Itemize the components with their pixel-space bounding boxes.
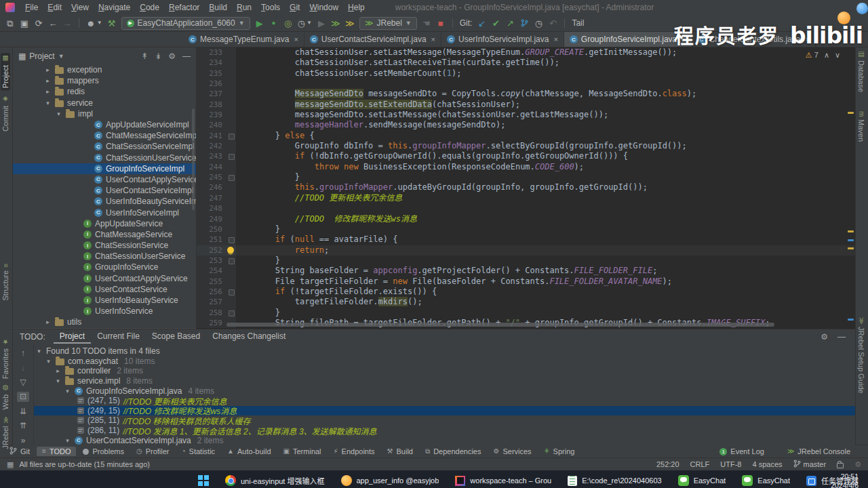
toolwindow-button-endpoints[interactable]: ⚡Endpoints — [328, 447, 380, 456]
code-line[interactable]: 249//TODO 修改群昵称发送ws消息 — [197, 214, 855, 224]
close-tab-icon[interactable]: × — [294, 35, 298, 43]
git-push-icon[interactable]: ↗ — [505, 19, 515, 28]
editor-tab[interactable]: CMessageTypeEnum.java× — [183, 32, 304, 47]
toolwindow-button-problems[interactable]: Problems — [77, 447, 129, 456]
toolwindow-toggle-icon[interactable]: ▦ — [7, 460, 14, 469]
toolwindow-button-profiler[interactable]: ◷Profiler — [131, 447, 175, 456]
fold-marker-icon[interactable] — [229, 237, 235, 243]
code-line[interactable]: 250} — [197, 224, 855, 235]
stripe-item-favorites[interactable]: Favorites★ — [1, 336, 10, 381]
code-line[interactable]: 257targetFileFolder.mkdirs(); — [197, 297, 855, 307]
error-stripe-mark[interactable] — [848, 112, 854, 114]
windows-start-icon[interactable] — [198, 475, 209, 486]
git-branch-widget[interactable]: master — [793, 460, 827, 469]
more-icon[interactable]: » — [17, 436, 29, 445]
toolwindow-button-todo[interactable]: ≡TODO — [37, 447, 76, 456]
code-line[interactable]: 234chatSessionUser.setLastReceiveTime(cu… — [197, 58, 855, 68]
run-icon[interactable]: ▶ — [255, 19, 264, 28]
collapse-all-icon[interactable]: ⇈ — [17, 421, 29, 430]
code-editor[interactable]: 233chatSessionUser.setLastMessage(Messag… — [197, 47, 855, 329]
coverage-icon[interactable]: ◎ — [283, 19, 293, 28]
tree-arrow-icon[interactable]: ▾ — [64, 388, 71, 394]
todo-tree-row[interactable]: ▾com.easychat10 items — [34, 357, 855, 367]
project-tree-row[interactable]: CUserContactApplyServiceIm — [13, 174, 196, 185]
previous-todo-icon[interactable]: ↑ — [17, 348, 29, 358]
error-stripe-mark[interactable] — [848, 239, 854, 241]
code-line[interactable]: 237MessageSendDto messageSendDto = CopyT… — [197, 89, 855, 99]
error-stripe[interactable] — [846, 47, 855, 329]
project-tree-row[interactable]: CChatSessionServiceImpl — [13, 141, 196, 152]
code-line[interactable]: 243if (!dbInfo.getGroupOwnerId().equals(… — [197, 151, 855, 161]
code-line[interactable]: 247//TODO 更新相关表冗余信息 — [197, 193, 855, 203]
tree-arrow-icon[interactable]: ▾ — [55, 110, 62, 117]
code-line[interactable]: 251if (null == avatarFile) { — [197, 235, 855, 245]
todo-tree-row[interactable]: ▾CUserContactServiceImpl.java2 items — [34, 435, 855, 445]
editor-tab[interactable]: CUserContactServiceImpl.java× — [304, 32, 441, 47]
todo-tab-project[interactable]: Project — [54, 330, 91, 344]
git-branch-icon[interactable] — [519, 19, 529, 27]
menu-item-edit[interactable]: Edit — [43, 3, 66, 12]
stripe-item-jrebel-setup-guide[interactable]: ≫JRebel Setup Guide — [857, 317, 865, 394]
menu-item-run[interactable]: Run — [232, 3, 256, 12]
editor-tab[interactable]: CGroupInfoServiceImpl.java× — [564, 32, 692, 47]
fold-marker-icon[interactable] — [229, 310, 235, 317]
project-tree-row[interactable]: CGroupInfoServiceImpl — [13, 163, 196, 174]
project-scrollbar[interactable] — [192, 108, 195, 210]
project-tree-row[interactable]: CUserInfoServiceImpl — [13, 207, 196, 218]
project-tree-row[interactable]: IUserInfoBeautyService — [13, 295, 196, 306]
menu-item-git[interactable]: Git — [285, 3, 304, 12]
code-line[interactable]: 235chatSessionUser.setMemberCount(1); — [197, 68, 855, 79]
code-line[interactable]: 258} — [197, 308, 855, 318]
stripe-item-maven[interactable]: mMaven — [857, 111, 865, 142]
fold-marker-icon[interactable] — [229, 258, 235, 264]
lock-icon[interactable] — [837, 463, 844, 468]
fold-marker-icon[interactable] — [229, 154, 235, 160]
git-commit-icon[interactable]: ✔ — [491, 19, 500, 28]
tree-arrow-icon[interactable]: ▸ — [54, 367, 62, 374]
code-line[interactable]: 238messageSendDto.setExtendData(chatSess… — [197, 100, 855, 110]
error-stripe-mark[interactable] — [848, 247, 854, 249]
gear-icon[interactable]: ⚙ — [854, 460, 861, 469]
todo-tree-row[interactable]: ▾CGroupInfoServiceImpl.java4 items — [34, 386, 855, 396]
project-tree-row[interactable]: IUserContactService — [13, 284, 196, 295]
caret-position[interactable]: 252:20 — [656, 460, 679, 468]
todo-tree-row[interactable]: ▾Found 10 TODO items in 4 files — [34, 346, 855, 357]
file-encoding[interactable]: UTF-8 — [720, 460, 741, 468]
tree-arrow-icon[interactable]: ▸ — [44, 88, 52, 95]
fold-marker-icon[interactable] — [229, 175, 235, 181]
project-tree-row[interactable]: CChatSessionUserServiceImp — [13, 152, 196, 163]
code-line[interactable]: 256if (!targetFileFolder.exists()) { — [197, 287, 855, 297]
menu-item-view[interactable]: View — [66, 3, 94, 12]
project-tree-row[interactable]: IUserInfoService — [13, 306, 196, 317]
project-panel-title[interactable]: Project — [29, 52, 54, 61]
close-tab-icon[interactable]: × — [553, 35, 557, 43]
expand-all-icon[interactable]: ⇊ — [17, 407, 29, 416]
tree-arrow-icon[interactable]: ▸ — [44, 319, 52, 325]
error-stripe-mark[interactable] — [848, 230, 854, 232]
code-line[interactable]: 236 — [197, 79, 855, 89]
stripe-item-jrebel[interactable]: JRebel≫ — [1, 414, 10, 451]
code-line[interactable]: 246this.groupInfoMapper.updateByGroupId(… — [197, 182, 855, 192]
tree-arrow-icon[interactable]: ▸ — [44, 66, 52, 73]
menu-item-file[interactable]: File — [20, 3, 43, 12]
todo-tab-changes-changelist[interactable]: Changes Changelist — [206, 330, 292, 344]
menu-item-tools[interactable]: Tools — [256, 3, 285, 12]
project-tree-row[interactable]: ▾service — [13, 98, 196, 108]
taskbar-item-uni-easyinput-[interactable]: uni-easyinput 增强输入框 — [219, 470, 331, 488]
taskbar-item-workspace-teach-grou[interactable]: workspace-teach – Grou — [449, 470, 557, 488]
todo-tree-row[interactable]: (247, 15)//TODO 更新相关表冗余信息 — [34, 396, 855, 406]
project-tree-row[interactable]: ▸utils — [13, 317, 196, 327]
hide-icon[interactable]: — — [182, 52, 191, 61]
profiler-icon[interactable]: ◷▼ — [298, 19, 312, 28]
stripe-item-structure[interactable]: Structure≡ — [1, 262, 10, 302]
todo-tree-row[interactable]: (286, 11)//TODO 发消息 1、更新会话信息 2、记录群消息 3、发… — [34, 426, 855, 436]
stripe-item-project[interactable]: Project▦ — [1, 53, 10, 90]
tree-arrow-icon[interactable]: ▸ — [44, 77, 52, 84]
prev-warning-icon[interactable]: ∧ — [824, 51, 829, 60]
event-log-button[interactable]: 1 Event Log — [714, 447, 770, 456]
project-tree-row[interactable]: IUserContactApplyService — [13, 273, 196, 284]
menu-item-refactor[interactable]: Refactor — [164, 3, 204, 12]
toolwindow-button-build[interactable]: ⚒Build — [382, 447, 418, 456]
preview-icon[interactable]: ⊡ — [17, 392, 29, 401]
menu-item-build[interactable]: Build — [204, 3, 232, 12]
